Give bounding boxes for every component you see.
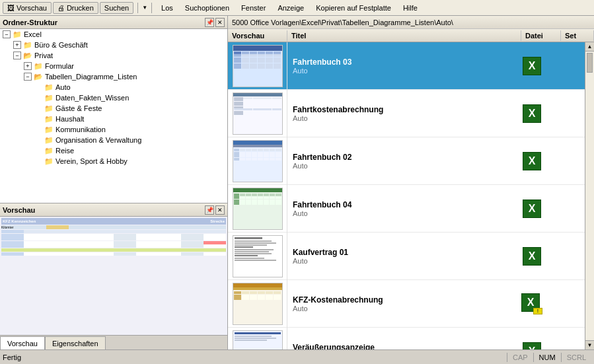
tree-item-privat[interactable]: − 📂 Privat: [0, 50, 227, 61]
preview-panel: Vorschau 📌 ✕ KFZ Kennzeichen Strecke Kil…: [0, 203, 227, 335]
tree-item-gaeste[interactable]: 📁 Gäste & Feste: [0, 103, 227, 114]
thumb-kaufvertrag01: [228, 233, 287, 280]
tab-vorschau[interactable]: Vorschau: [0, 336, 45, 349]
scroll-up-button[interactable]: ▲: [585, 42, 594, 52]
scroll-down-button[interactable]: ▼: [585, 340, 594, 349]
label-auto: Auto: [56, 83, 71, 91]
expand-formular[interactable]: +: [24, 62, 32, 70]
excel-icon-fahrtenbuch04: X: [523, 200, 541, 218]
tree-item-kommunikation[interactable]: 📁 Kommunikation: [0, 124, 227, 135]
tree-item-daten[interactable]: 📁 Daten_Fakten_Wissen: [0, 92, 227, 103]
tab-eigenschaften[interactable]: Eigenschaften: [45, 336, 106, 349]
tree-item-verein[interactable]: 📁 Verein, Sport & Hobby: [0, 156, 227, 166]
suchen-button[interactable]: Suchen: [100, 2, 133, 14]
folder-icon-formular: 📁: [33, 61, 44, 71]
title-veraeusserungsanzeige: Veräußerungsanzeige: [293, 343, 507, 350]
vorschau-icon: 🖼: [7, 4, 15, 12]
separator: [137, 3, 138, 13]
folder-icon-buero: 📁: [22, 40, 33, 50]
file-row-fahrtkostenabrechnung[interactable]: Fahrtkostenabrechnung Auto X: [228, 90, 585, 137]
title-fahrtenbuch04: Fahrtenbuch 04: [293, 200, 507, 209]
file-row-kfz-kostenabrechnung[interactable]: KFZ-Kostenabrechnung Auto X !: [228, 280, 585, 328]
label-buero: Büro & Geschäft: [34, 41, 88, 49]
preview-close-button[interactable]: ✕: [215, 205, 225, 215]
subtitle-kaufvertrag01: Auto: [293, 257, 507, 265]
thumb-fahrtenbuch03: [228, 42, 287, 90]
expand-tabellen[interactable]: −: [24, 73, 32, 81]
left-panel: Ordner-Struktur 📌 ✕ − 📁 Excel + 📁 Bür: [0, 16, 228, 349]
close-panel-button[interactable]: ✕: [215, 18, 225, 27]
tree-item-reise[interactable]: 📁 Reise: [0, 145, 227, 156]
label-verein: Verein, Sport & Hobby: [56, 157, 128, 165]
icon-cell-kfz-kostenabrechnung: X !: [512, 293, 552, 314]
file-row-fahrtenbuch03[interactable]: Fahrtenbuch 03 Auto X: [228, 42, 585, 90]
drucken-button[interactable]: 🖨 Drucken: [53, 2, 98, 14]
menu-kopieren[interactable]: Kopieren auf Festplatte: [311, 3, 396, 13]
subtitle-kfz-kostenabrechnung: Auto: [293, 305, 507, 312]
file-row-fahrtenbuch04[interactable]: Fahrtenbuch 04 Auto X: [228, 185, 585, 233]
menu-suchoptionen[interactable]: Suchoptionen: [180, 3, 235, 13]
label-reise: Reise: [56, 147, 74, 155]
thumb-fahrtenbuch02: [228, 137, 287, 185]
file-row-veraeusserungsanzeige[interactable]: Veräußerungsanzeige Auto X: [228, 328, 585, 349]
tree-item-organisation[interactable]: 📁 Organisation & Verwaltung: [0, 135, 227, 145]
icon-cell-fahrtenbuch03: X: [512, 57, 552, 75]
title-kaufvertrag01: Kaufvertrag 01: [293, 248, 507, 257]
title-fahrtenbuch03: Fahrtenbuch 03: [293, 57, 507, 67]
scroll-thumb[interactable]: [587, 53, 593, 73]
info-fahrtenbuch04: Fahrtenbuch 04 Auto: [287, 198, 512, 220]
icon-cell-fahrtenbuch02: X: [512, 152, 552, 170]
col-header-set: Set: [561, 30, 594, 41]
label-formular: Formular: [45, 62, 74, 70]
label-tabellen: Tabellen_Diagramme_Listen: [45, 73, 137, 81]
label-organisation: Organisation & Verwaltung: [56, 136, 141, 144]
subtitle-fahrtenbuch02: Auto: [293, 162, 507, 170]
menu-anzeige[interactable]: Anzeige: [272, 3, 309, 13]
info-kaufvertrag01: Kaufvertrag 01 Auto: [287, 245, 512, 268]
thumb-kfz-kostenabrechnung: [228, 280, 287, 328]
folder-icon-verein: 📁: [44, 157, 54, 166]
expand-excel[interactable]: −: [3, 30, 11, 38]
preview-content: KFZ Kennzeichen Strecke Kilomter: [0, 217, 227, 335]
tree-item-auto[interactable]: 📁 Auto: [0, 82, 227, 92]
tree-item-tabellen[interactable]: − 📂 Tabellen_Diagramme_Listen: [0, 71, 227, 82]
info-fahrtenbuch02: Fahrtenbuch 02 Auto: [287, 150, 512, 172]
menu-fenster[interactable]: Fenster: [236, 3, 271, 13]
menu-los[interactable]: Los: [156, 3, 178, 13]
scroll-track: [585, 52, 594, 340]
suchen-label: Suchen: [104, 4, 129, 12]
tree-item-haushalt[interactable]: 📁 Haushalt: [0, 114, 227, 124]
excel-icon-fahrtkostenabrechnung: X: [523, 104, 541, 123]
label-privat: Privat: [34, 52, 53, 59]
column-headers: Vorschau Titel Datei Set: [228, 29, 594, 42]
breadcrumb: 5000 Office Vorlagen\Excel\Privat\Tabell…: [228, 16, 594, 29]
thumb-veraeusserungsanzeige: [228, 328, 287, 350]
menu-hilfe[interactable]: Hilfe: [398, 3, 423, 13]
file-row-fahrtenbuch02[interactable]: Fahrtenbuch 02 Auto X: [228, 137, 585, 185]
folder-icon-kommunikation: 📁: [44, 125, 54, 134]
expand-privat[interactable]: −: [13, 52, 21, 59]
icon-cell-veraeusserungsanzeige: X: [512, 342, 552, 350]
right-panel: 5000 Office Vorlagen\Excel\Privat\Tabell…: [228, 16, 594, 349]
dropdown-arrow[interactable]: ▼: [142, 5, 147, 11]
drucken-label: Drucken: [67, 4, 94, 12]
vorschau-button[interactable]: 🖼 Vorschau: [3, 2, 52, 14]
label-gaeste: Gäste & Feste: [56, 104, 102, 112]
right-scrollbar[interactable]: ▲ ▼: [585, 42, 594, 349]
tree-scroll-area: − 📁 Excel + 📁 Büro & Geschäft − 📂 Privat: [0, 29, 227, 203]
file-list-container: Fahrtenbuch 03 Auto X: [228, 42, 594, 349]
subtitle-fahrtenbuch04: Auto: [293, 209, 507, 217]
file-row-kaufvertrag01[interactable]: Kaufvertrag 01 Auto X: [228, 233, 585, 280]
expand-buero[interactable]: +: [13, 41, 21, 49]
pin-button[interactable]: 📌: [205, 18, 214, 27]
preview-pin-button[interactable]: 📌: [205, 205, 214, 215]
folder-icon-excel: 📁: [12, 30, 22, 39]
preview-header: Vorschau 📌 ✕: [0, 203, 227, 217]
tree-item-excel[interactable]: − 📁 Excel: [0, 29, 227, 40]
subtitle-fahrtkostenabrechnung: Auto: [293, 114, 507, 122]
label-excel: Excel: [24, 30, 42, 38]
tree-item-buero[interactable]: + 📁 Büro & Geschäft: [0, 40, 227, 50]
title-fahrtkostenabrechnung: Fahrtkostenabrechnung: [293, 105, 507, 114]
tree-item-formular[interactable]: + 📁 Formular: [0, 61, 227, 71]
folder-icon-haushalt: 📁: [44, 114, 54, 124]
